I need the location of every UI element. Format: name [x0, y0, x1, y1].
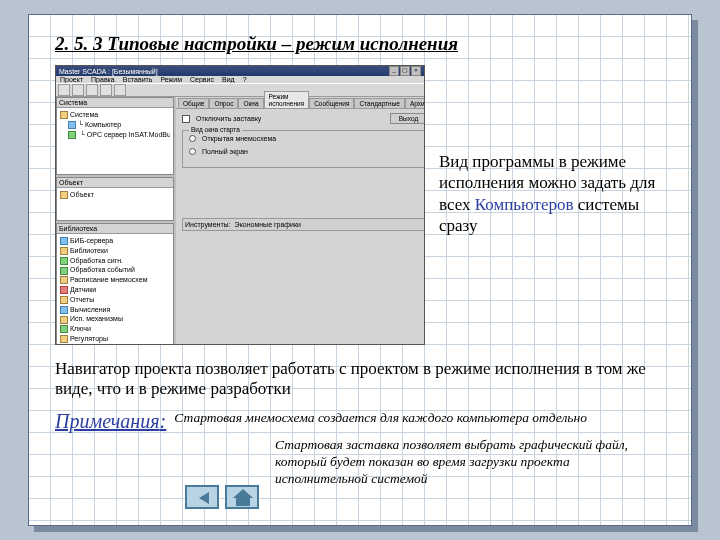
- tab[interactable]: Общие: [178, 98, 209, 108]
- palette-item[interactable]: Обработка сигн.: [60, 256, 170, 266]
- toolstrip-option[interactable]: Экономные графики: [235, 221, 301, 228]
- palette-tree[interactable]: БИБ-сервера Библиотеки Обработка сигн. О…: [57, 234, 173, 345]
- checkbox-label: Отключить заставку: [196, 115, 261, 122]
- tree-node[interactable]: └ OPC сервер InSAT.ModBus PLC: [60, 130, 170, 140]
- tab[interactable]: Стандартные: [354, 98, 405, 108]
- exit-button[interactable]: Выход: [390, 113, 425, 124]
- checkbox-disable-splash[interactable]: [182, 115, 190, 123]
- tree-object[interactable]: Объект: [57, 188, 173, 202]
- palette-item[interactable]: Регуляторы: [60, 334, 170, 344]
- tree-object-head: Объект: [57, 178, 173, 188]
- toolbar-icon[interactable]: [114, 84, 126, 96]
- menu-item[interactable]: Правка: [91, 76, 115, 83]
- toolstrip-label: Инструменты:: [185, 221, 231, 228]
- paragraph-navigator: Навигатор проекта позволяет работать с п…: [55, 359, 665, 400]
- tree-system-head: Система: [57, 98, 173, 108]
- window-title: Master SCADA : [Безымянный]: [59, 68, 158, 75]
- app-screenshot: Master SCADA : [Безымянный] _ ▢ × Проект…: [55, 65, 425, 345]
- toolstrip: Инструменты: Экономные графики: [182, 218, 425, 231]
- toolbar: [56, 83, 424, 97]
- menu-item[interactable]: Вид: [222, 76, 235, 83]
- tree-node[interactable]: Система: [60, 110, 170, 120]
- menu-item[interactable]: Режим: [160, 76, 182, 83]
- note-1: Стартовая мнемосхема создается для каждо…: [174, 410, 665, 427]
- radio-mnemo[interactable]: [189, 135, 196, 142]
- menubar[interactable]: Проект Правка Вставить Режим Сервис Вид …: [56, 76, 424, 83]
- radio-label: Полный экран: [202, 148, 248, 155]
- link-computers: Компьютеров: [475, 195, 574, 214]
- minimize-button[interactable]: _: [389, 66, 399, 76]
- palette-item[interactable]: Исп. механизмы: [60, 314, 170, 324]
- notes-label: Примечания: [55, 410, 166, 433]
- tree-node[interactable]: └ Компьютер: [60, 120, 170, 130]
- tree-system[interactable]: Система └ Компьютер └ OPC сервер InSAT.M…: [57, 108, 173, 141]
- palette-item[interactable]: Ключи: [60, 324, 170, 334]
- tabs[interactable]: Общие Опрос Окна Режим исполнения Сообще…: [176, 97, 425, 109]
- prev-button[interactable]: [185, 485, 219, 509]
- tree-node[interactable]: Объект: [60, 190, 170, 200]
- page-title: 2. 5. 3 Типовые настройки – режим исполн…: [55, 33, 665, 55]
- close-button[interactable]: ×: [411, 66, 421, 76]
- palette-item[interactable]: Разное: [60, 344, 170, 345]
- palette-item[interactable]: Обработка событий: [60, 265, 170, 275]
- side-caption: Вид программы в режиме исполнения можно …: [439, 65, 665, 345]
- radio-fullscreen[interactable]: [189, 148, 196, 155]
- titlebar: Master SCADA : [Безымянный] _ ▢ ×: [56, 66, 424, 76]
- menu-item[interactable]: Вставить: [123, 76, 153, 83]
- tab[interactable]: Окна: [238, 98, 263, 108]
- palette-item[interactable]: Расписание мнемосхем: [60, 275, 170, 285]
- toolbar-icon[interactable]: [100, 84, 112, 96]
- tab[interactable]: Опрос: [209, 98, 238, 108]
- tab-active[interactable]: Режим исполнения: [264, 91, 310, 108]
- toolbar-icon[interactable]: [72, 84, 84, 96]
- radio-label: Открытая мнемосхема: [202, 135, 276, 142]
- note-2: Стартовая заставка позволяет выбрать гра…: [275, 437, 665, 488]
- menu-item[interactable]: ?: [243, 76, 247, 83]
- menu-item[interactable]: Проект: [60, 76, 83, 83]
- palette-head: Библиотека: [57, 224, 173, 234]
- palette-item[interactable]: Отчеты: [60, 295, 170, 305]
- group-title: Вид окна старта: [189, 126, 242, 133]
- palette-item[interactable]: Вычисления: [60, 305, 170, 315]
- group-start-window: Вид окна старта Открытая мнемосхема Полн…: [182, 130, 425, 168]
- palette-item[interactable]: БИБ-сервера: [60, 236, 170, 246]
- toolbar-icon[interactable]: [86, 84, 98, 96]
- tab[interactable]: Архив: [405, 98, 425, 108]
- palette-item[interactable]: Библиотеки: [60, 246, 170, 256]
- toolbar-icon[interactable]: [58, 84, 70, 96]
- tab[interactable]: Сообщения: [309, 98, 354, 108]
- palette-item[interactable]: Датчики: [60, 285, 170, 295]
- menu-item[interactable]: Сервис: [190, 76, 214, 83]
- home-button[interactable]: [225, 485, 259, 509]
- maximize-button[interactable]: ▢: [400, 66, 410, 76]
- form-panel: Отключить заставку Выход Вид окна старта…: [176, 109, 425, 345]
